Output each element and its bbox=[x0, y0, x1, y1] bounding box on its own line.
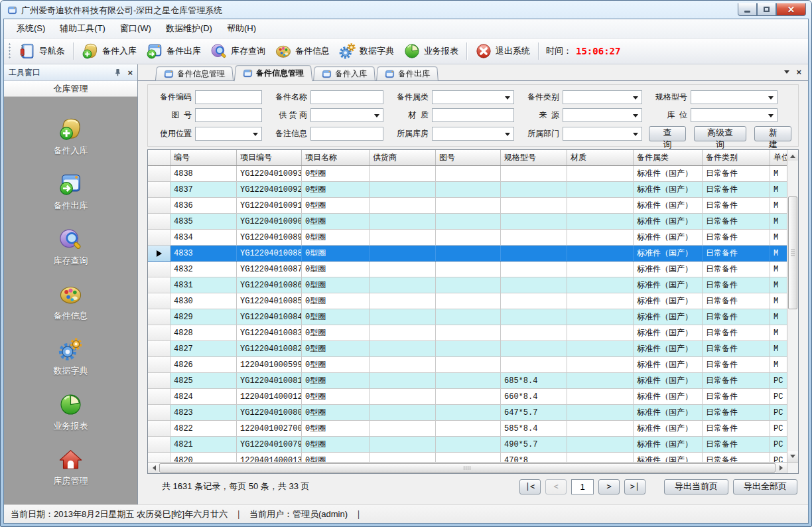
column-header-8[interactable]: 备件类别 bbox=[703, 150, 770, 165]
last-page-button[interactable]: >| bbox=[624, 479, 645, 494]
column-header-7[interactable]: 备件属类 bbox=[634, 150, 703, 165]
table-row[interactable]: 4832YG122040100870型圈标准件（国产）日常备件M bbox=[148, 262, 787, 277]
table-row[interactable]: 4828YG122040100830型圈标准件（国产）日常备件M bbox=[148, 325, 787, 341]
column-header-5[interactable]: 规格型号 bbox=[501, 150, 567, 165]
spare-out-button[interactable]: 备件出库 bbox=[141, 40, 206, 62]
table-row[interactable]: 4829YG122040100840型圈标准件（国产）日常备件M bbox=[148, 309, 787, 325]
row-selector[interactable] bbox=[148, 341, 170, 356]
row-selector[interactable] bbox=[148, 198, 170, 213]
export-all-pages-button[interactable]: 导出全部页 bbox=[733, 479, 797, 494]
table-row[interactable]: 482212204010027000型圈585*8.4标准件（国产）日常备件PC bbox=[148, 421, 787, 437]
first-page-button[interactable]: |< bbox=[519, 479, 541, 494]
pin-icon[interactable] bbox=[113, 68, 122, 77]
search-select-1-1[interactable] bbox=[310, 108, 383, 122]
column-header-2[interactable]: 项目名称 bbox=[302, 150, 370, 165]
close-button[interactable]: ✕ bbox=[776, 3, 806, 16]
tab-0[interactable]: 备件信息管理 bbox=[155, 66, 234, 80]
table-row[interactable]: 4830YG122040100850型圈标准件（国产）日常备件M bbox=[148, 293, 787, 309]
row-selector[interactable] bbox=[148, 453, 170, 462]
sidebar-item-spare-out[interactable]: 备件出库 bbox=[54, 172, 88, 212]
search-select-1-4[interactable] bbox=[691, 108, 778, 122]
search-input-1-2[interactable] bbox=[432, 108, 514, 122]
row-selector[interactable] bbox=[148, 357, 170, 372]
data-dict-button[interactable]: 数据字典 bbox=[334, 40, 399, 62]
toolbar-grip[interactable] bbox=[8, 42, 11, 60]
sidebar-item-stock-query[interactable]: 库存查询 bbox=[54, 227, 88, 267]
column-header-1[interactable]: 项目编号 bbox=[237, 150, 302, 165]
row-selector[interactable] bbox=[148, 437, 170, 452]
search-select-0-4[interactable] bbox=[691, 90, 778, 104]
advanced-query-button[interactable]: 高级查询 bbox=[694, 126, 747, 141]
vertical-scrollbar[interactable] bbox=[787, 150, 798, 462]
row-selector[interactable] bbox=[148, 214, 170, 229]
row-selector[interactable] bbox=[148, 309, 170, 325]
sidebar-item-data-dict[interactable]: 数据字典 bbox=[54, 337, 88, 377]
table-row[interactable]: 4831YG122040100860型圈标准件（国产）日常备件M bbox=[148, 277, 787, 293]
row-selector[interactable] bbox=[148, 262, 170, 277]
search-input-0-1[interactable] bbox=[310, 90, 383, 104]
search-input-1-0[interactable] bbox=[195, 108, 262, 122]
menu-item-4[interactable]: 帮助(H) bbox=[220, 19, 263, 38]
row-selector[interactable] bbox=[148, 373, 170, 388]
table-row[interactable]: 4834YG122040100890型圈标准件（国产）日常备件M bbox=[148, 230, 787, 246]
search-select-1-3[interactable] bbox=[563, 108, 642, 122]
sidebar-item-spare-in[interactable]: 备件入库 bbox=[54, 117, 88, 157]
search-select-2-3[interactable] bbox=[563, 127, 642, 141]
report-button[interactable]: 业务报表 bbox=[399, 40, 463, 62]
prev-page-button[interactable]: < bbox=[545, 479, 567, 494]
nav-bar-button[interactable]: 导航条 bbox=[14, 40, 70, 62]
search-select-2-0[interactable] bbox=[195, 127, 262, 141]
new-button[interactable]: 新建 bbox=[754, 126, 791, 141]
export-current-page-button[interactable]: 导出当前页 bbox=[664, 479, 728, 494]
scroll-right-button[interactable] bbox=[776, 463, 787, 473]
query-button[interactable]: 查询 bbox=[649, 126, 686, 141]
row-selector[interactable] bbox=[148, 246, 170, 261]
sidebar-group-header[interactable]: 仓库管理 bbox=[4, 81, 137, 97]
row-selector[interactable] bbox=[148, 293, 170, 309]
minimize-button[interactable] bbox=[738, 3, 757, 16]
sidebar-item-spare-info[interactable]: 备件信息 bbox=[54, 282, 88, 322]
exit-system-button[interactable]: 退出系统 bbox=[470, 40, 535, 62]
table-row[interactable]: 482412204014000120型圈660*8.4标准件（国产）日常备件PC bbox=[148, 389, 787, 405]
tab-list-dropdown-icon[interactable] bbox=[784, 70, 789, 76]
menu-item-2[interactable]: 窗口(W) bbox=[113, 19, 159, 38]
column-header-0[interactable]: 编号 bbox=[170, 150, 237, 165]
column-header-3[interactable]: 供货商 bbox=[370, 150, 436, 165]
maximize-button[interactable] bbox=[757, 3, 776, 16]
row-selector[interactable] bbox=[148, 182, 170, 197]
page-number-input[interactable] bbox=[571, 479, 594, 494]
search-input-0-0[interactable] bbox=[195, 90, 262, 104]
sidebar-item-warehouse[interactable]: 库房管理 bbox=[54, 447, 88, 487]
horizontal-scroll-thumb[interactable] bbox=[159, 463, 776, 473]
menu-item-0[interactable]: 系统(S) bbox=[9, 19, 52, 38]
tab-2[interactable]: 备件入库 bbox=[313, 66, 375, 80]
row-selector[interactable] bbox=[148, 389, 170, 404]
row-selector[interactable] bbox=[148, 325, 170, 340]
tab-3[interactable]: 备件出库 bbox=[376, 66, 439, 80]
horizontal-scrollbar[interactable] bbox=[148, 462, 787, 473]
scroll-left-button[interactable] bbox=[148, 463, 159, 473]
search-select-0-2[interactable] bbox=[432, 90, 514, 104]
table-row[interactable]: 4837YG122040100920型圈标准件（国产）日常备件M bbox=[148, 182, 787, 198]
search-select-2-2[interactable] bbox=[432, 127, 514, 141]
table-row[interactable]: 4821YG122040100790型圈490*5.7标准件（国产）日常备件PC bbox=[148, 437, 787, 453]
row-selector[interactable] bbox=[148, 166, 170, 181]
stock-query-button[interactable]: 库存查询 bbox=[206, 40, 270, 62]
row-selector[interactable] bbox=[148, 405, 170, 420]
menu-item-3[interactable]: 数据维护(D) bbox=[159, 19, 220, 38]
table-row[interactable]: 482612204010005990型圈标准件（国产）日常备件M bbox=[148, 357, 787, 373]
row-selector[interactable] bbox=[148, 421, 170, 436]
column-header-4[interactable]: 图号 bbox=[436, 150, 501, 165]
sidebar-close-icon[interactable]: × bbox=[127, 68, 133, 77]
tab-close-icon[interactable]: × bbox=[796, 68, 801, 76]
row-selector[interactable] bbox=[148, 230, 170, 245]
spare-in-button[interactable]: 备件入库 bbox=[77, 40, 141, 62]
table-row[interactable]: 4836YG122040100910型圈标准件（国产）日常备件M bbox=[148, 198, 787, 214]
table-row[interactable]: 4825YG122040100810型圈685*8.4标准件（国产）日常备件PC bbox=[148, 373, 787, 389]
spare-info-button[interactable]: 备件信息 bbox=[270, 40, 334, 62]
table-row[interactable]: 4838YG122040100930型圈标准件（国产）日常备件M bbox=[148, 166, 787, 182]
table-row[interactable]: 4833YG122040100880型圈标准件（国产）日常备件M bbox=[148, 246, 787, 262]
sidebar-item-report[interactable]: 业务报表 bbox=[54, 392, 88, 432]
search-input-2-1[interactable] bbox=[310, 127, 383, 141]
table-row[interactable]: 482012204014000130型圈470*8标准件（国产）日常备件PC bbox=[148, 453, 787, 462]
